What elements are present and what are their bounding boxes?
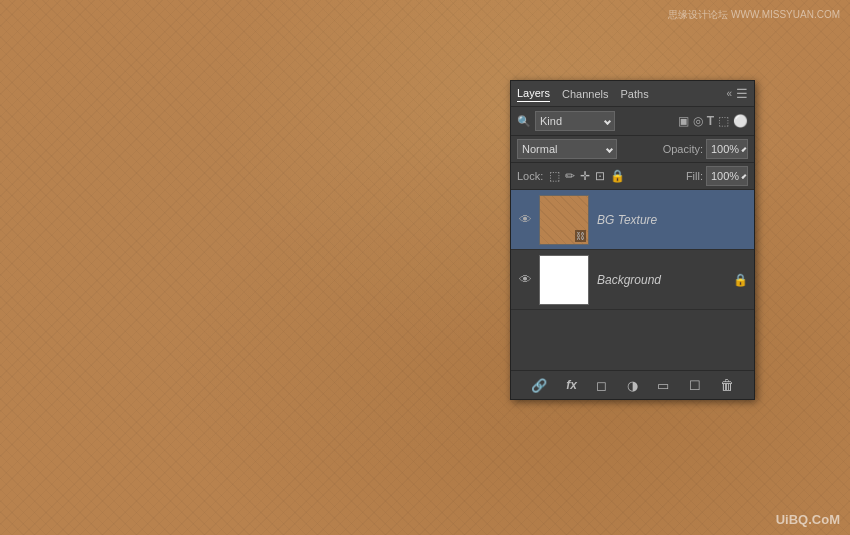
blend-mode-label: Normal — [522, 143, 557, 155]
panel-footer: 🔗 fx ◻ ◑ ▭ ☐ 🗑 — [511, 370, 754, 399]
layer-link-icon: ⛓ — [575, 230, 586, 242]
filter-icons: ▣ ◎ T ⬚ ⚪ — [678, 114, 748, 128]
layers-list: 👁 ⛓ BG Texture 👁 Background 🔒 — [511, 190, 754, 310]
fill-label: Fill: — [686, 170, 703, 182]
opacity-input[interactable]: 100% — [706, 139, 748, 159]
search-icon: 🔍 — [517, 115, 531, 128]
opacity-value-text: 100% — [711, 143, 739, 155]
panel-tabs: Layers Channels Paths — [517, 85, 649, 102]
lock-row: Lock: ⬚ ✏ ✛ ⊡ 🔒 Fill: 100% — [511, 163, 754, 190]
smart-filter-icon[interactable]: ⚪ — [733, 114, 748, 128]
panel-header: Layers Channels Paths « ☰ — [511, 81, 754, 107]
lock-position-icon[interactable]: ✛ — [580, 169, 590, 183]
layer-name-background: Background — [597, 273, 729, 287]
tab-channels[interactable]: Channels — [562, 86, 608, 102]
lock-icons: ⬚ ✏ ✛ ⊡ 🔒 — [549, 169, 625, 183]
new-layer-button[interactable]: ☐ — [689, 378, 701, 393]
fill-value-text: 100% — [711, 170, 739, 182]
opacity-chevron — [742, 147, 747, 152]
fill-input[interactable]: 100% — [706, 166, 748, 186]
layers-panel: Layers Channels Paths « ☰ 🔍 Kind ▣ ◎ T ⬚… — [510, 80, 755, 400]
type-filter-icon[interactable]: T — [707, 114, 714, 128]
blend-row: Normal Opacity: 100% — [511, 136, 754, 163]
blend-mode-dropdown[interactable]: Normal — [517, 139, 617, 159]
shape-filter-icon[interactable]: ⬚ — [718, 114, 729, 128]
visibility-toggle-background[interactable]: 👁 — [517, 272, 533, 287]
layer-thumbnail-background — [539, 255, 589, 305]
opacity-label: Opacity: — [663, 143, 703, 155]
delete-layer-button[interactable]: 🗑 — [720, 377, 734, 393]
layer-row-background[interactable]: 👁 Background 🔒 — [511, 250, 754, 310]
kind-dropdown[interactable]: Kind — [535, 111, 615, 131]
layer-locked-icon: 🔒 — [733, 273, 748, 287]
watermark-top: 思缘设计论坛 WWW.MISSYUAN.COM — [668, 8, 840, 22]
panel-spacer — [511, 310, 754, 370]
fx-effects-icon[interactable]: fx — [566, 378, 577, 392]
lock-label: Lock: — [517, 170, 543, 182]
filter-row: 🔍 Kind ▣ ◎ T ⬚ ⚪ — [511, 107, 754, 136]
fill-control: Fill: 100% — [686, 166, 748, 186]
new-group-icon[interactable]: ▭ — [657, 378, 669, 393]
add-mask-icon[interactable]: ◻ — [596, 378, 607, 393]
fill-chevron — [742, 174, 747, 179]
layer-thumbnail-bg-texture: ⛓ — [539, 195, 589, 245]
visibility-toggle-bg-texture[interactable]: 👁 — [517, 212, 533, 227]
link-layers-icon[interactable]: 🔗 — [531, 378, 547, 393]
panel-menu-icon[interactable]: ☰ — [736, 86, 748, 101]
tab-layers[interactable]: Layers — [517, 85, 550, 102]
lock-artboard-icon[interactable]: ⊡ — [595, 169, 605, 183]
lock-all-icon[interactable]: 🔒 — [610, 169, 625, 183]
opacity-control: Opacity: 100% — [663, 139, 748, 159]
lock-transparency-icon[interactable]: ⬚ — [549, 169, 560, 183]
tab-paths[interactable]: Paths — [621, 86, 649, 102]
panel-header-icons: « ☰ — [726, 86, 748, 101]
add-adjustment-icon[interactable]: ◑ — [627, 378, 638, 393]
lock-paint-icon[interactable]: ✏ — [565, 169, 575, 183]
pixel-filter-icon[interactable]: ▣ — [678, 114, 689, 128]
kind-label: Kind — [540, 115, 562, 127]
adjustment-filter-icon[interactable]: ◎ — [693, 114, 703, 128]
dropdown-chevron — [604, 117, 611, 124]
layer-row-bg-texture[interactable]: 👁 ⛓ BG Texture — [511, 190, 754, 250]
collapse-icon[interactable]: « — [726, 88, 732, 99]
layer-name-bg-texture: BG Texture — [597, 213, 748, 227]
watermark-bottom: UiBQ.CoM — [776, 512, 840, 527]
blend-chevron — [606, 145, 613, 152]
